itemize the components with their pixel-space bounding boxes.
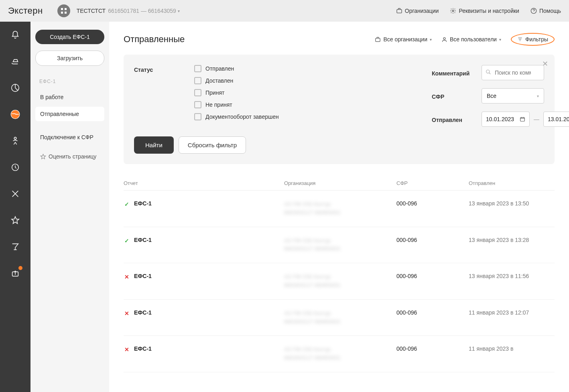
report-name: ЕФС-1: [134, 237, 152, 243]
filters-toggle[interactable]: Фильтры: [511, 33, 555, 46]
date-from-value: 10.01.2023: [486, 116, 514, 122]
th-sfr: СФР: [396, 180, 469, 186]
status-check-sent[interactable]: Отправлен: [194, 65, 299, 72]
org-cell: АО ПФ СКБ Контур6663003127 660850001: [284, 273, 396, 290]
checkbox-icon: [194, 65, 201, 72]
rail-globe[interactable]: [9, 108, 21, 120]
org-code: 6616501781 — 661643059: [108, 8, 176, 14]
sent-date-cell: 11 января 2023 в 12:07: [469, 309, 555, 326]
rail-gingerbread[interactable]: [9, 135, 21, 147]
bell-icon: [11, 30, 20, 39]
orgs-link-label: Организации: [405, 8, 439, 14]
checkbox-icon: [194, 101, 201, 108]
all-orgs-dropdown[interactable]: Все организации ▾: [375, 36, 432, 43]
apps-grid-button[interactable]: [57, 4, 70, 17]
rate-page-link[interactable]: Оценить страницу: [40, 153, 100, 160]
all-users-dropdown[interactable]: Все пользователи ▾: [441, 36, 501, 43]
filters-label: Фильтры: [525, 36, 548, 43]
find-button[interactable]: Найти: [134, 136, 174, 154]
create-efs-button[interactable]: Создать ЕФС-1: [35, 30, 104, 44]
reset-filter-button[interactable]: Сбросить фильтр: [179, 136, 246, 154]
svg-point-8: [14, 137, 16, 140]
sfr-cell: 000-096: [396, 345, 469, 362]
rail-clock[interactable]: [9, 161, 21, 173]
briefcase-icon: [375, 37, 381, 43]
svg-point-5: [452, 10, 454, 12]
rail-star[interactable]: [9, 214, 21, 226]
upload-box-icon: [11, 269, 20, 278]
status-check-completed[interactable]: Документооборот завершен: [194, 113, 299, 120]
cross-icon: ✕: [124, 274, 130, 280]
org-cell: АО ПФ СКБ Контур6663003127 660850001: [284, 345, 396, 362]
table-body: ✓ЕФС-1АО ПФ СКБ Контур6663003127 6608500…: [124, 191, 555, 372]
gingerbread-icon: [11, 136, 20, 145]
search-icon: [486, 69, 491, 76]
svg-point-12: [443, 37, 445, 39]
svg-rect-0: [61, 8, 63, 10]
status-label: Статус: [134, 65, 182, 73]
rail-upload[interactable]: [9, 267, 21, 279]
user-icon: [441, 37, 447, 43]
date-to-value: 13.01.2023: [548, 116, 569, 122]
report-name: ЕФС-1: [134, 309, 152, 316]
upload-button[interactable]: Загрузить: [35, 51, 104, 66]
chevron-down-icon: ▾: [537, 94, 539, 98]
rate-page-label: Оценить страницу: [49, 153, 96, 160]
settings-link-label: Реквизиты и настройки: [459, 8, 519, 14]
table-row[interactable]: ✓ЕФС-1АО ПФ СКБ Контур6663003127 6608500…: [124, 227, 555, 264]
sent-date-label: Отправлен: [432, 115, 476, 123]
filter-icon: [517, 37, 523, 42]
table-row[interactable]: ✕ЕФС-1АО ПФ СКБ Контур6663003127 6608500…: [124, 336, 555, 372]
date-to-input[interactable]: 13.01.2023: [543, 112, 569, 127]
icon-rail: [0, 22, 30, 392]
filter-panel: ✕ Статус Отправлен Доставлен Принят Не п…: [124, 55, 555, 164]
grid-icon: [61, 8, 67, 14]
all-orgs-label: Все организации: [383, 36, 427, 43]
status-check-accepted[interactable]: Принят: [194, 89, 299, 96]
help-icon: [530, 8, 537, 14]
org-name[interactable]: ТЕСТСТСТ: [77, 8, 106, 14]
sent-date-cell: 13 января 2023 в 13:50: [469, 200, 555, 217]
status-check-delivered[interactable]: Доставлен: [194, 77, 299, 84]
table-header: Отчет Организация СФР Отправлен: [124, 176, 555, 191]
org-cell: АО ПФ СКБ Контур6663003127 660850001: [284, 237, 396, 254]
gear-icon: [450, 8, 456, 14]
app-logo: Экстерн: [8, 6, 43, 16]
briefcase-icon: [396, 8, 402, 14]
cocktail-icon: [11, 242, 20, 251]
rail-bell[interactable]: [9, 29, 21, 41]
star-outline-icon: [40, 154, 46, 160]
clock-icon: [11, 163, 20, 172]
date-range-dash: —: [534, 116, 539, 122]
rail-glass[interactable]: [9, 241, 21, 253]
svg-rect-3: [65, 12, 67, 14]
th-org: Организация: [284, 180, 396, 186]
chevron-down-icon[interactable]: ▾: [178, 9, 180, 13]
orgs-link[interactable]: Организации: [396, 8, 439, 14]
checkbox-icon: [194, 89, 201, 96]
connect-sfr-link[interactable]: Подключение к СФР: [40, 134, 100, 140]
calendar-icon: [520, 116, 525, 122]
table-row[interactable]: ✕ЕФС-1АО ПФ СКБ Контур6663003127 6608500…: [124, 263, 555, 300]
svg-rect-11: [376, 38, 380, 41]
table-row[interactable]: ✓ЕФС-1АО ПФ СКБ Контур6663003127 6608500…: [124, 191, 555, 227]
rail-cross[interactable]: [9, 188, 21, 200]
nav-in-work[interactable]: В работе: [35, 90, 104, 104]
utensils-icon: [11, 189, 20, 198]
cross-icon: ✕: [124, 310, 130, 317]
rail-sled[interactable]: [9, 55, 21, 67]
help-link[interactable]: Помощь: [530, 8, 561, 14]
cross-icon: ✕: [124, 346, 130, 353]
status-check-rejected[interactable]: Не принят: [194, 101, 299, 108]
th-report: Отчет: [124, 180, 284, 186]
sfr-cell: 000-096: [396, 273, 469, 290]
nav-sent[interactable]: Отправленные: [35, 107, 104, 121]
sent-date-cell: 11 января 2023 в: [469, 345, 555, 362]
settings-link[interactable]: Реквизиты и настройки: [450, 8, 519, 14]
rail-pie[interactable]: [9, 82, 21, 94]
sfr-select[interactable]: Все ▾: [482, 88, 544, 104]
date-from-input[interactable]: 10.01.2023: [482, 112, 530, 127]
table-row[interactable]: ✕ЕФС-1АО ПФ СКБ Контур6663003127 6608500…: [124, 300, 555, 336]
sfr-cell: 000-096: [396, 237, 469, 254]
report-name: ЕФС-1: [134, 345, 152, 352]
